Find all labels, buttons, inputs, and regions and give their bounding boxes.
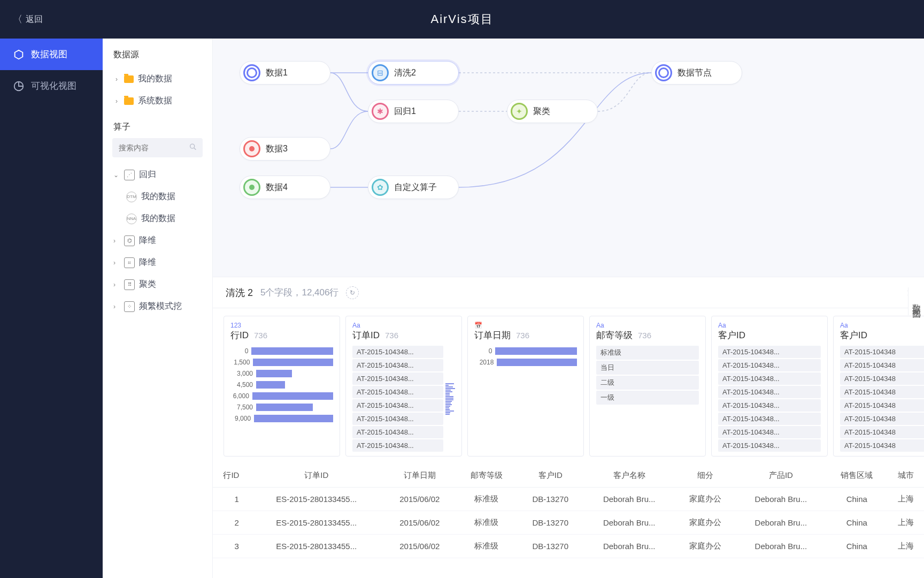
- hist-label: 6,000: [230, 392, 249, 400]
- back-button[interactable]: 〈 返回: [13, 13, 43, 26]
- nav-viz-view[interactable]: 可视化视图: [0, 70, 103, 102]
- op-label: 我的数据: [141, 213, 175, 224]
- hist-bar: [256, 370, 292, 377]
- table-col-header[interactable]: 城市: [887, 464, 924, 488]
- scatter-icon: ⋰: [124, 170, 135, 180]
- op-dimred-2[interactable]: › ⌗ 降维: [103, 252, 212, 273]
- search-wrapper: [112, 138, 203, 157]
- history-icon[interactable]: ↻: [346, 286, 359, 299]
- cube-icon: [13, 49, 25, 60]
- field-card[interactable]: Aa 客户ID AT-2015-104348AT-2015-104348AT-2…: [833, 316, 924, 457]
- value-item: AT-2015-104348...: [352, 426, 443, 438]
- value-item: AT-2015-104348...: [352, 386, 443, 398]
- sidebar-source-mydata[interactable]: › 我的数据: [103, 68, 212, 90]
- flow-node-reg1[interactable]: ✱ 回归1: [368, 100, 459, 123]
- data-node-icon: [243, 140, 260, 157]
- field-count: 736: [254, 331, 267, 340]
- search-icon: [189, 143, 197, 153]
- data-node-icon: [655, 64, 672, 81]
- value-item: AT-2015-104348: [840, 346, 924, 358]
- chevron-right-icon: ›: [113, 97, 120, 105]
- table-col-header[interactable]: 订单日期: [383, 464, 456, 488]
- op-cluster[interactable]: › ⠿ 聚类: [103, 273, 212, 295]
- hist-bar: [252, 392, 333, 400]
- flow-node-data1[interactable]: 数据1: [240, 61, 330, 85]
- table-row[interactable]: 2ES-2015-280133455...2015/06/02标准级DB-132…: [213, 511, 924, 535]
- op-regression[interactable]: ⌄ ⋰ 回归: [103, 164, 212, 186]
- op-dimred-1[interactable]: › ⌬ 降维: [103, 230, 212, 252]
- nav-data-view[interactable]: 数据视图: [0, 39, 103, 70]
- hist-label: 2018: [474, 359, 494, 366]
- hist-label: 3,000: [230, 370, 253, 377]
- table-row[interactable]: 1ES-2015-280133455...2015/06/02标准级DB-132…: [213, 488, 924, 511]
- op-regression-child-1[interactable]: DTM 我的数据: [103, 186, 212, 208]
- op-label: 频繁模式挖: [139, 301, 182, 312]
- field-card[interactable]: Aa 订单ID 736 AT-2015-104348...AT-2015-104…: [345, 316, 462, 457]
- table-col-header[interactable]: 产品ID: [735, 464, 826, 488]
- table-cell: 3: [213, 535, 250, 558]
- panel-side-tab[interactable]: 数据视图: [908, 287, 924, 315]
- flow-node-data4[interactable]: 数据4: [240, 176, 330, 199]
- hist-bar: [254, 415, 333, 422]
- table-row[interactable]: 3ES-2015-280133455...2015/06/02标准级DB-132…: [213, 535, 924, 558]
- sidebar-source-sysdata[interactable]: › 系统数据: [103, 90, 212, 112]
- value-item: AT-2015-104348: [840, 359, 924, 371]
- value-item: AT-2015-104348...: [352, 346, 443, 358]
- table-cell: 2015/06/02: [383, 535, 456, 558]
- table-cell: Deborah Bru...: [584, 511, 675, 535]
- flow-node-custom[interactable]: ✿ 自定义算子: [368, 176, 459, 199]
- data-table: 行ID订单ID订单日期邮寄等级客户ID客户名称细分产品ID销售区域城市 1ES-…: [213, 464, 924, 558]
- hist-bar: [495, 347, 577, 355]
- field-card[interactable]: Aa 邮寄等级 736 标准级当日二级一级: [589, 316, 706, 457]
- table-col-header[interactable]: 销售区域: [826, 464, 887, 488]
- algo-badge-icon: NNA: [126, 214, 137, 224]
- sidebar: 数据源 › 我的数据 › 系统数据 算子 ⌄ ⋰ 回归 DTM 我的数据: [103, 39, 213, 578]
- value-item: 标准级: [596, 346, 699, 360]
- op-label: 聚类: [139, 279, 156, 290]
- flow-node-cluster[interactable]: ✦ 聚类: [507, 100, 598, 123]
- table-col-header[interactable]: 行ID: [213, 464, 250, 488]
- node-label: 聚类: [533, 106, 550, 117]
- table-cell: 1: [213, 488, 250, 511]
- algo-badge-icon: DTM: [126, 192, 137, 202]
- table-cell: 2015/06/02: [383, 511, 456, 535]
- field-card[interactable]: Aa 客户ID AT-2015-104348...AT-2015-104348.…: [711, 316, 828, 457]
- table-col-header[interactable]: 订单ID: [250, 464, 383, 488]
- flow-canvas[interactable]: 数据1 ⊟ 清洗2 数据节点 ✱ 回归1 ✦ 聚类 数据3: [213, 39, 924, 277]
- table-col-header[interactable]: 邮寄等级: [456, 464, 517, 488]
- table-col-header[interactable]: 客户名称: [584, 464, 675, 488]
- graph-icon: ⌗: [124, 257, 135, 268]
- table-cell: 上海: [887, 535, 924, 558]
- flow-node-datanode[interactable]: 数据节点: [651, 61, 742, 85]
- value-item: AT-2015-104348...: [718, 359, 821, 371]
- table-cell: 上海: [887, 488, 924, 511]
- op-regression-child-2[interactable]: NNA 我的数据: [103, 208, 212, 230]
- field-type-icon: Aa: [352, 322, 455, 329]
- cluster-icon: ⠿: [124, 279, 135, 290]
- table-header-row: 行ID订单ID订单日期邮寄等级客户ID客户名称细分产品ID销售区域城市: [213, 464, 924, 488]
- hist-bar: [253, 359, 333, 366]
- value-item: 二级: [596, 376, 699, 390]
- pie-icon: [13, 80, 25, 92]
- chevron-right-icon: ›: [113, 237, 120, 245]
- table-col-header[interactable]: 客户ID: [517, 464, 584, 488]
- chevron-right-icon: ›: [113, 281, 120, 288]
- tree-label: 我的数据: [138, 73, 172, 85]
- table-cell: 上海: [887, 511, 924, 535]
- page-title: AirVis项目: [430, 11, 493, 27]
- field-count: 736: [516, 331, 529, 340]
- op-pattern[interactable]: › ⁘ 频繁模式挖: [103, 295, 212, 317]
- flow-node-clean2[interactable]: ⊟ 清洗2: [368, 61, 459, 85]
- clean-node-icon: ⊟: [372, 64, 389, 81]
- table-col-header[interactable]: 细分: [675, 464, 736, 488]
- table-cell: 标准级: [456, 535, 517, 558]
- value-item: AT-2015-104348: [840, 399, 924, 412]
- hist-label: 0: [230, 347, 248, 355]
- field-card[interactable]: 📅 订单日期 736 02018: [467, 316, 584, 457]
- chevron-right-icon: ›: [113, 259, 120, 267]
- table-cell: DB-13270: [517, 535, 584, 558]
- field-card[interactable]: 123 行ID 736 01,5003,0004,5006,0007,5009,…: [224, 316, 340, 457]
- flow-node-data3[interactable]: 数据3: [240, 137, 330, 161]
- table-cell: ES-2015-280133455...: [250, 488, 383, 511]
- value-item: AT-2015-104348...: [718, 426, 821, 438]
